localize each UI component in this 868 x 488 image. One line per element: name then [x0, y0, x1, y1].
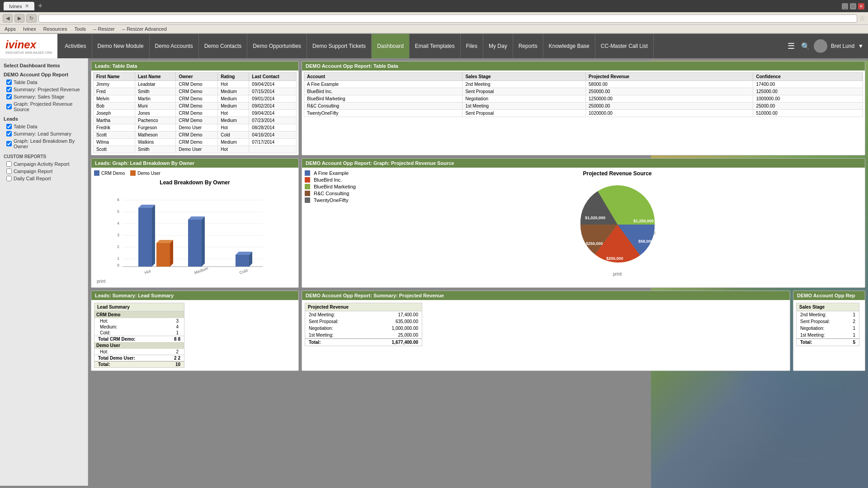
- bookmark-star[interactable]: ☆: [859, 14, 865, 23]
- pr-row-2: Negotiation: 1,000,000.00: [305, 325, 422, 332]
- lead-breakdown-print[interactable]: print: [94, 278, 296, 285]
- lead-grand-total-label: Total:: [98, 362, 110, 367]
- nav-demo-contacts[interactable]: Demo Contacts: [199, 34, 248, 58]
- pr-total-row: Total: 1,677,400.00: [305, 338, 422, 346]
- maximize-button[interactable]: □: [850, 3, 856, 9]
- cb-graph-proj-revenue[interactable]: [6, 104, 12, 109]
- lead-summary-table-title: Lead Summary: [94, 303, 184, 311]
- nav-demo-accounts[interactable]: Demo Accounts: [150, 34, 199, 58]
- label-lead-breakdown: Graph: Lead Breakdown By Owner: [14, 138, 83, 149]
- browser-titlebar: Ivinex ✕ + _ □ ✕: [0, 0, 868, 12]
- user-dropdown-icon[interactable]: ▼: [858, 43, 863, 49]
- x-label-hot: Hot: [144, 269, 151, 275]
- back-button[interactable]: ◀: [3, 14, 13, 23]
- cb-lead-summary[interactable]: [6, 131, 12, 136]
- address-bar[interactable]: https://callcenter.ivinex.com/Navigator.…: [38, 14, 857, 23]
- nav-demo-opportunities[interactable]: Demo Opportunities: [247, 34, 307, 58]
- sidebar-leads-section: Leads: [4, 116, 84, 122]
- pie-label-tof-value: $1,020,000: [585, 216, 605, 220]
- lead-summary-body: Lead Summary CRM Demo Hot: 3 Medium: 4: [91, 300, 298, 371]
- pie-legend: A Fine Example BlueBird Inc. BlueBird Ma…: [305, 170, 368, 204]
- sidebar-item-campaign-activity[interactable]: Campaign Activity Report: [5, 161, 84, 167]
- legend-crm-demo-label: CRM Demo: [101, 171, 125, 176]
- sidebar-demo-account-section: DEMO Account Opp Report: [4, 72, 84, 77]
- forward-button[interactable]: ▶: [14, 14, 24, 23]
- label-cold: Cold:: [100, 330, 110, 335]
- pie-label-twentyonefifty: TwentyOneFifty: [314, 197, 348, 203]
- cb-sales-stage[interactable]: [6, 94, 12, 99]
- bookmark-resources[interactable]: Resources: [42, 26, 69, 32]
- ss-row-1: Sent Proposal: 2: [797, 318, 859, 325]
- refresh-button[interactable]: ↻: [26, 14, 37, 23]
- sales-stage-table-title: Sales Stage: [797, 303, 859, 311]
- pie-label-bm-value: $1,250,000: [633, 219, 654, 223]
- table-row: WilmaWatkinsCRM DemoMedium07/17/2014: [94, 139, 297, 146]
- ss-row-3: 1st Meeting: 1: [797, 332, 859, 338]
- nav-right: ☰ 🔍 Bret Lund ▼: [780, 38, 868, 54]
- tab-close[interactable]: ✕: [25, 3, 29, 9]
- legend-crm-demo-color: [94, 170, 99, 176]
- nav-email-templates[interactable]: Email Templates: [410, 34, 461, 58]
- dashboard-row-1: Leads: Table Data First Name Last Name O…: [91, 61, 865, 155]
- pie-legend-fine-example: A Fine Example: [305, 170, 368, 176]
- lead-summary-crm-header: CRM Demo: [94, 311, 184, 318]
- sidebar-item-campaign-report[interactable]: Campaign Report: [5, 168, 84, 174]
- cb-proj-revenue[interactable]: [6, 87, 12, 92]
- sidebar-item-sales-stage[interactable]: Summary: Sales Stage: [5, 94, 84, 100]
- bookmark-resizer[interactable]: -- Resizer: [91, 26, 117, 32]
- app-logo: ivinex INNOVATIVE WEB-BASED CRM: [0, 34, 57, 58]
- col-sales-stage: Sales Stage: [462, 73, 586, 81]
- nav-cc-master[interactable]: CC-Master Call List: [595, 34, 654, 58]
- nav-knowledge-base[interactable]: Knowledge Base: [543, 34, 595, 58]
- lead-crm-total-label: Total CRM Demo:: [98, 337, 136, 342]
- cb-campaign-report[interactable]: [6, 169, 12, 174]
- bookmark-ivinex[interactable]: Ivinex: [21, 26, 38, 32]
- sidebar-item-lead-breakdown[interactable]: Graph: Lead Breakdown By Owner: [5, 138, 84, 150]
- logo-subtitle: INNOVATIVE WEB-BASED CRM: [5, 51, 52, 54]
- label-leads-table: Table Data: [14, 124, 38, 129]
- browser-tab[interactable]: Ivinex ✕: [4, 2, 34, 10]
- sidebar-item-leads-table[interactable]: Table Data: [5, 123, 84, 130]
- nav-dashboard[interactable]: Dashboard: [372, 34, 410, 58]
- nav-reports[interactable]: Reports: [513, 34, 543, 58]
- sidebar-item-proj-revenue[interactable]: Summary: Projected Revenue: [5, 86, 84, 93]
- close-button[interactable]: ✕: [858, 3, 864, 9]
- legend-demo-user-color: [130, 170, 136, 176]
- ss-row-2: Negotiation: 1: [797, 325, 859, 332]
- demo-account-opp-table: Account Sales Stage Projected Revenue Co…: [304, 72, 863, 117]
- new-tab-button[interactable]: +: [38, 1, 43, 11]
- sidebar-item-lead-summary[interactable]: Summary: Lead Summary: [5, 131, 84, 137]
- cb-lead-breakdown[interactable]: [6, 141, 12, 146]
- sidebar-item-table-data[interactable]: Table Data: [5, 79, 84, 85]
- nav-demo-new-module[interactable]: Demo New Module: [92, 34, 150, 58]
- nav-my-day[interactable]: My Day: [483, 34, 513, 58]
- hamburger-menu[interactable]: ☰: [785, 38, 797, 54]
- minimize-button[interactable]: _: [842, 3, 848, 9]
- search-icon[interactable]: 🔍: [801, 42, 810, 51]
- cb-campaign-activity[interactable]: [6, 161, 12, 167]
- pie-label-bi-value: $250,000: [606, 256, 623, 261]
- nav-activities[interactable]: Activities: [59, 34, 92, 58]
- app-header: ivinex INNOVATIVE WEB-BASED CRM Activiti…: [0, 34, 868, 58]
- sidebar-item-daily-call[interactable]: Daily Call Report: [5, 175, 84, 182]
- table-row: ScottMathesonCRM DemoCold04/16/2014: [94, 131, 297, 139]
- tab-title: Ivinex: [9, 4, 22, 9]
- cb-leads-table[interactable]: [6, 124, 12, 129]
- sidebar-leads-items: Table Data Summary: Lead Summary Graph: …: [5, 123, 84, 150]
- sidebar-item-graph-proj-revenue[interactable]: Graph: Projected Revenue Source: [5, 101, 84, 113]
- bookmark-tools[interactable]: Tools: [72, 26, 88, 32]
- nav-files[interactable]: Files: [461, 34, 483, 58]
- bookmark-apps[interactable]: Apps: [3, 26, 18, 32]
- cb-daily-call[interactable]: [6, 176, 12, 181]
- lead-summary-panel: Leads: Summary: Lead Summary Lead Summar…: [91, 291, 299, 371]
- sidebar-title: Select Dashboard Items: [4, 63, 84, 68]
- lead-breakdown-body: CRM Demo Demo User Lead Breakdown By Own…: [91, 168, 298, 287]
- projected-revenue-print[interactable]: print: [373, 271, 862, 277]
- cb-table-data[interactable]: [6, 80, 12, 85]
- bar-chart-title: Lead Breakdown By Owner: [94, 179, 296, 186]
- bookmark-resizer-advanced[interactable]: -- Resizer Advanced: [120, 26, 169, 32]
- value-medium: 4: [176, 324, 179, 329]
- nav-demo-support-tickets[interactable]: Demo Support Tickets: [307, 34, 372, 58]
- sidebar-demo-account-items: Table Data Summary: Projected Revenue Su…: [5, 79, 84, 113]
- pie-color-twentyonefifty: [305, 197, 310, 203]
